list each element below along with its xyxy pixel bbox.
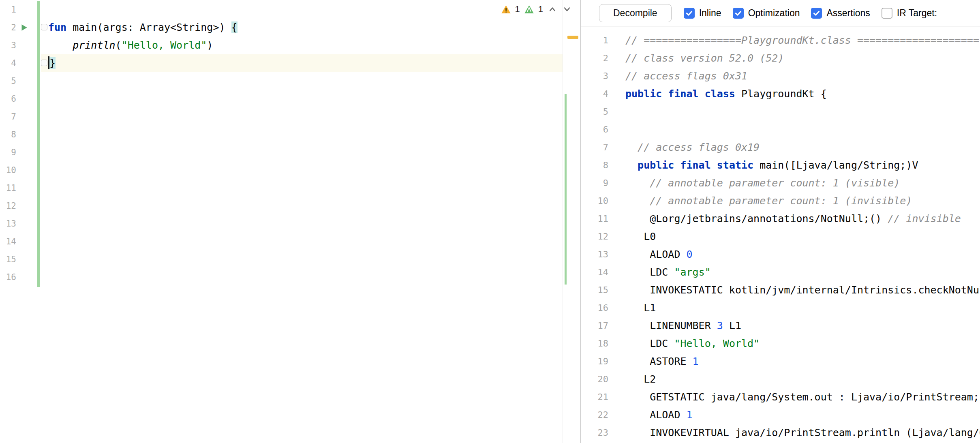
bytecode-line[interactable]: 8 public final static main([Ljava/lang/S…: [581, 156, 980, 174]
bytecode-line[interactable]: 6: [581, 121, 980, 139]
bytecode-line[interactable]: 7 // access flags 0x19: [581, 139, 980, 156]
checkmark-icon: [734, 9, 742, 17]
code-line-content[interactable]: [41, 108, 563, 126]
bytecode-lines-area[interactable]: 1// ================PlaygroundKt.class =…: [581, 27, 980, 443]
code-line-content: public final static main([Ljava/lang/Str…: [625, 156, 980, 174]
next-problem-button[interactable]: [562, 4, 572, 15]
checkbox-box[interactable]: [882, 8, 892, 19]
line-number: 11: [581, 210, 608, 228]
code-token: 0: [687, 248, 693, 260]
fold-marker-icon[interactable]: [41, 60, 47, 66]
bytecode-line[interactable]: 22 ALOAD 1: [581, 406, 980, 424]
code-line-content[interactable]: [41, 197, 563, 215]
code-line-content[interactable]: [41, 215, 563, 233]
typo-count: 1: [538, 4, 543, 15]
code-line-content: L0: [625, 228, 980, 246]
code-token: public final static: [638, 159, 760, 171]
editor-line: 15: [0, 250, 563, 268]
code-line-content[interactable]: }: [41, 54, 563, 72]
toolbar-checkboxes: InlineOptimizationAssertionsIR Target:: [684, 8, 937, 19]
bytecode-line[interactable]: 11 @Lorg/jetbrains/annotations/NotNull;(…: [581, 210, 980, 228]
line-number: 7: [0, 108, 16, 126]
code-token: // invisible: [888, 213, 961, 225]
code-token: // access flags 0x19: [638, 141, 760, 153]
warning-stripe-mark[interactable]: [567, 36, 578, 39]
vcs-stripe-mark: [565, 94, 567, 285]
code-line-content[interactable]: [41, 179, 563, 197]
line-number: 15: [0, 250, 16, 268]
code-token: L1: [625, 302, 656, 314]
bytecode-line[interactable]: 14 LDC "args": [581, 263, 980, 281]
editor-line: 9: [0, 143, 563, 161]
line-number: 6: [0, 90, 16, 108]
bytecode-line[interactable]: 3// access flags 0x31: [581, 67, 980, 85]
checkbox-box[interactable]: [733, 8, 744, 19]
bytecode-line[interactable]: 4public final class PlaygroundKt {: [581, 85, 980, 103]
inspections-widget[interactable]: 1 1: [501, 4, 573, 15]
editor-line: 10: [0, 161, 563, 179]
line-number: 10: [581, 192, 608, 210]
bytecode-line[interactable]: 12 L0: [581, 228, 980, 246]
bytecode-line[interactable]: 2// class version 52.0 (52): [581, 49, 980, 67]
code-line-content[interactable]: [41, 126, 563, 143]
code-line-content[interactable]: [41, 161, 563, 179]
code-line-content[interactable]: [41, 250, 563, 268]
code-token: INVOKEVIRTUAL java/io/PrintStream.printl…: [625, 427, 980, 439]
editor-line: 11: [0, 179, 563, 197]
checkbox-ir-target[interactable]: IR Target:: [882, 8, 937, 19]
code-line-content: // access flags 0x19: [625, 139, 980, 156]
bytecode-line[interactable]: 5: [581, 103, 980, 121]
code-line-content: // ================PlaygroundKt.class ==…: [625, 32, 980, 49]
bytecode-line[interactable]: 16 L1: [581, 299, 980, 317]
gutter-cell: [16, 126, 41, 143]
gutter-cell: [16, 90, 41, 108]
run-icon[interactable]: [19, 23, 28, 32]
checkbox-assertions[interactable]: Assertions: [811, 8, 870, 19]
code-token: "Hello, World": [122, 39, 207, 51]
checkbox-box[interactable]: [684, 8, 695, 19]
checkbox-label: Inline: [699, 8, 721, 19]
code-token: fun: [48, 21, 73, 33]
bytecode-line[interactable]: 15 INVOKESTATIC kotlin/jvm/internal/Intr…: [581, 281, 980, 299]
bytecode-line[interactable]: 23 INVOKEVIRTUAL java/io/PrintStream.pri…: [581, 424, 980, 442]
code-line-content[interactable]: [41, 268, 563, 286]
error-stripe-scrollbar[interactable]: [563, 0, 580, 443]
bytecode-line[interactable]: 9 // annotable parameter count: 1 (visib…: [581, 174, 980, 192]
code-line-content[interactable]: [41, 1, 563, 19]
bytecode-line[interactable]: 20 L2: [581, 370, 980, 388]
line-number: 6: [581, 121, 608, 139]
gutter-cell: [16, 197, 41, 215]
code-line-content[interactable]: [41, 90, 563, 108]
bytecode-line[interactable]: 13 ALOAD 0: [581, 246, 980, 263]
gutter-cell: [16, 108, 41, 126]
code-token: // class version 52.0 (52): [625, 52, 784, 64]
code-line-content[interactable]: fun main(args: Array<String>) {: [41, 19, 563, 36]
checkbox-box[interactable]: [811, 8, 822, 19]
code-line-content: GETSTATIC java/lang/System.out : Ljava/i…: [625, 388, 980, 406]
editor-lines-area[interactable]: 12fun main(args: Array<String>) {3 print…: [0, 1, 563, 286]
previous-problem-button[interactable]: [547, 4, 558, 15]
line-number: 19: [581, 353, 608, 370]
code-line-content[interactable]: [41, 233, 563, 250]
line-number: 22: [581, 406, 608, 424]
editor-line: 6: [0, 90, 563, 108]
bytecode-line[interactable]: 21 GETSTATIC java/lang/System.out : Ljav…: [581, 388, 980, 406]
code-line-content[interactable]: [41, 72, 563, 90]
code-token: [625, 141, 638, 153]
code-line-content[interactable]: [41, 143, 563, 161]
bytecode-line[interactable]: 10 // annotable parameter count: 1 (invi…: [581, 192, 980, 210]
code-token: // annotable parameter count: 1 (visible…: [650, 177, 900, 189]
code-line-content[interactable]: println("Hello, World"): [41, 36, 563, 54]
checkbox-inline[interactable]: Inline: [684, 8, 721, 19]
bytecode-line[interactable]: 1// ================PlaygroundKt.class =…: [581, 32, 980, 49]
decompile-button[interactable]: Decompile: [599, 4, 672, 22]
fold-marker-icon[interactable]: [41, 24, 47, 30]
bytecode-line[interactable]: 17 LINENUMBER 3 L1: [581, 317, 980, 335]
bytecode-line[interactable]: 18 LDC "Hello, World": [581, 335, 980, 353]
checkbox-optimization[interactable]: Optimization: [733, 8, 800, 19]
code-token: ALOAD: [625, 248, 687, 260]
bytecode-line[interactable]: 19 ASTORE 1: [581, 353, 980, 370]
line-number: 9: [0, 143, 16, 161]
code-line-content: ALOAD 0: [625, 246, 980, 263]
line-number: 5: [581, 103, 608, 121]
